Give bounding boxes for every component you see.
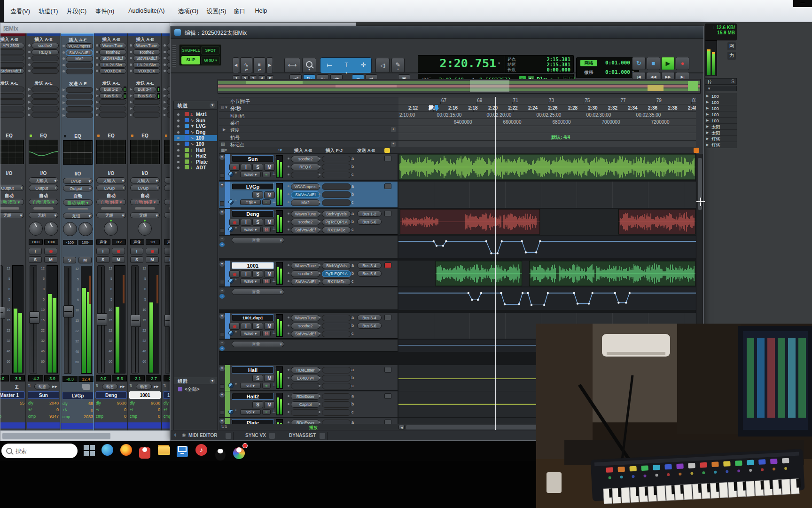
track-mute-button[interactable]: M <box>264 219 275 226</box>
send-empty[interactable] <box>66 94 93 99</box>
send-bullet[interactable] <box>130 107 133 110</box>
track-list-item-LVG[interactable]: ▼ LVG <box>174 123 217 129</box>
track-list-menu-icon[interactable]: ▼ <box>210 103 215 108</box>
insert-f-bullet[interactable] <box>319 395 320 397</box>
track-output-window-button[interactable] <box>384 211 391 216</box>
automation-mode[interactable]: 自动 读取 ▾ <box>29 199 58 205</box>
input-selector[interactable]: 无输入 ▾ <box>164 177 170 183</box>
track-list-item-Mst1[interactable]: Σ Mst1 <box>174 111 217 117</box>
side-tag-网[interactable]: 网 <box>727 42 736 50</box>
taskbar-icon-start[interactable] <box>83 444 97 458</box>
send-Bus 5-6[interactable]: Bus 5-6 <box>357 219 382 225</box>
menu-item-6[interactable]: 设置(S) <box>203 6 230 16</box>
track-timebase-icon[interactable] <box>228 227 234 232</box>
insert-a-bullet[interactable] <box>288 166 289 167</box>
mode-spot[interactable]: SPOT <box>201 46 220 55</box>
track-automation-mini[interactable]: ≈ <box>262 409 271 415</box>
send-empty[interactable] <box>167 106 170 111</box>
fader-nudge-arrows[interactable]: ⇅ <box>28 383 31 389</box>
automation-mode[interactable]: 自动 触摸 ▾ <box>164 199 170 205</box>
insert-f-empty[interactable] <box>322 199 351 206</box>
track-lane-LVGp[interactable] <box>398 182 696 208</box>
track-automation-mini[interactable]: 触 <box>262 227 271 232</box>
send-Bus 3-4[interactable]: Bus 3-4 <box>357 262 382 269</box>
track-view-selector[interactable]: wave ▾ <box>240 278 261 284</box>
folder-icon[interactable] <box>83 385 90 390</box>
send-empty[interactable] <box>167 99 170 105</box>
insert-a-bullet[interactable] <box>288 158 289 159</box>
send-bullet[interactable] <box>130 95 133 97</box>
pencil-tool[interactable]: ✎▾ <box>391 58 405 73</box>
strip-grip[interactable] <box>33 207 54 210</box>
send-empty[interactable] <box>133 106 160 111</box>
insert-a-StdVrsAdEf[interactable]: StdVrsAdEf <box>291 278 320 285</box>
insert-a-Capitol[interactable]: Capitol <box>291 401 320 408</box>
track-input-button[interactable]: I <box>241 323 251 330</box>
pan-knob[interactable] <box>78 222 93 236</box>
send-bullet[interactable] <box>96 107 99 110</box>
clip-item-1[interactable]: ▶ 100 <box>705 99 737 105</box>
insert-a-bullet[interactable] <box>288 333 289 334</box>
insert-bullet[interactable] <box>130 44 132 47</box>
track-list-item-Dng[interactable]: ∿ Dng <box>174 129 217 135</box>
insert-f-bullet[interactable] <box>319 377 320 379</box>
insert-empty[interactable] <box>31 68 59 74</box>
insert-f-empty[interactable] <box>322 172 351 178</box>
track-output-window-button[interactable] <box>384 156 391 161</box>
automation-mode[interactable]: 自动 读取 ▾ <box>0 199 24 205</box>
send-Bus 5-6[interactable]: Bus 5-6 <box>167 93 170 99</box>
taskbar-icon-edge[interactable] <box>102 444 116 458</box>
clip-item-8[interactable]: ▶ 灯塔 <box>705 142 737 148</box>
group-selector[interactable]: 无组 ▾ <box>96 212 126 218</box>
lane-minus-button[interactable]: − <box>219 288 225 293</box>
send-empty[interactable] <box>31 99 59 105</box>
eq-graph[interactable] <box>0 140 24 164</box>
trim-tool[interactable]: ⟝ <box>321 58 337 72</box>
track-collapse-button[interactable]: ▼ <box>219 314 225 319</box>
track-timebase-icon[interactable] <box>228 409 234 414</box>
send-bullet[interactable] <box>130 113 133 116</box>
ruler-row-label-0[interactable]: 小节|拍子 <box>219 97 398 104</box>
insert-f-bullet[interactable] <box>319 403 320 405</box>
track-output-window-button[interactable] <box>384 315 391 320</box>
insert-a-bullet[interactable] <box>288 280 289 282</box>
insert-f-bullet[interactable] <box>319 264 320 266</box>
menu-item-7[interactable]: 窗口 <box>231 6 248 16</box>
zoom-in-button[interactable]: ▶ <box>266 57 273 73</box>
clip-item-0[interactable]: ▶ 100 <box>705 93 737 99</box>
insert-f-bullet[interactable] <box>319 193 320 195</box>
insert-a-WavesTune[interactable]: WavesTune <box>291 262 320 269</box>
track-mute-button[interactable]: M <box>264 164 275 171</box>
insert-f-bullet[interactable] <box>319 201 320 203</box>
track-solo-button[interactable]: S <box>252 401 263 408</box>
insert-f-bullet[interactable] <box>319 317 320 318</box>
lane-plus-button[interactable]: + <box>219 346 225 351</box>
send-bullet[interactable] <box>28 95 31 97</box>
insert-a-bullet[interactable] <box>288 229 289 230</box>
insert-bullet[interactable] <box>164 51 166 53</box>
track-show-dot[interactable] <box>177 167 180 169</box>
track-timebase-icon[interactable] <box>228 383 234 388</box>
insert-bullet[interactable] <box>62 64 65 66</box>
play-button[interactable]: ▶ <box>661 57 675 70</box>
insert-f-empty[interactable] <box>322 315 351 321</box>
insert-a-LX480 v4[interactable]: LX480 v4 <box>291 375 320 381</box>
track-freeze-icon[interactable] <box>220 228 224 232</box>
track-name-Deng[interactable]: Deng <box>232 210 274 217</box>
mode-slip[interactable]: SLIP <box>181 56 200 64</box>
send-empty[interactable] <box>99 99 126 105</box>
eq-graph[interactable] <box>29 140 58 164</box>
zoomer-tool[interactable]: ▾ <box>302 58 316 73</box>
send-empty[interactable] <box>66 106 93 112</box>
bottom-corner-icon[interactable]: ⇕ <box>173 433 178 439</box>
fader-track[interactable] <box>0 265 3 373</box>
automation-mode[interactable]: 自动 触摸 ▾ <box>130 199 160 205</box>
send-bullet[interactable] <box>96 95 99 97</box>
record-enable-button[interactable] <box>146 248 159 254</box>
send-Bus 5-6[interactable]: Bus 5-6 <box>357 323 382 329</box>
insert-bullet[interactable] <box>62 45 65 47</box>
insert-empty[interactable] <box>31 56 59 61</box>
insert-StdVrsAdEf[interactable]: StdVrsAdEf <box>99 56 126 61</box>
pan-knob[interactable] <box>44 222 58 236</box>
menu-item-5[interactable]: 选项(O) <box>175 6 202 16</box>
